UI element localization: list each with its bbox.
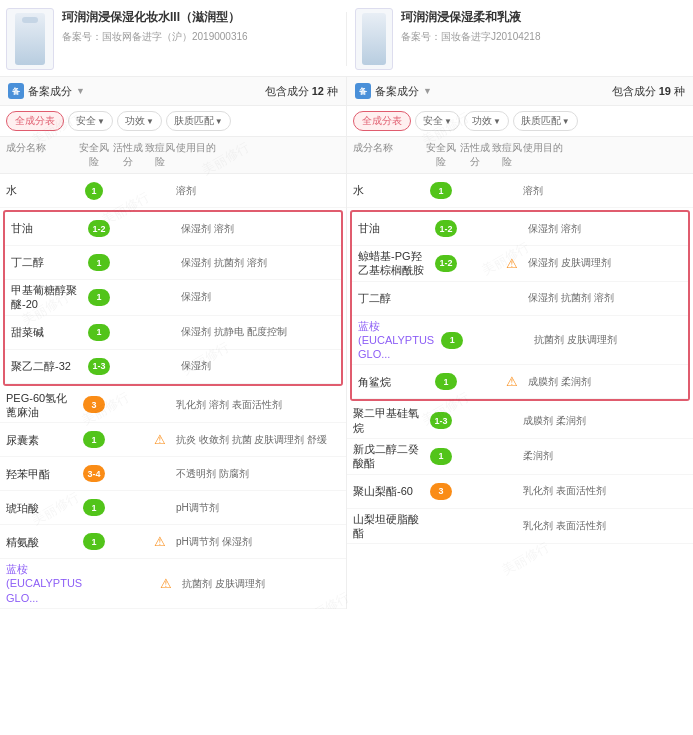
- table-row: 琥珀酸 1 pH调节剂: [0, 491, 346, 525]
- col-header-acne-left: 致痘风险: [144, 141, 176, 169]
- table-row: 角鲨烷 1 ⚠ 成膜剂 柔润剂: [352, 365, 688, 399]
- panel-title-right: 备案成分: [375, 84, 419, 99]
- filter-skin-left[interactable]: 肤质匹配 ▼: [166, 111, 231, 131]
- filter-efficacy-left[interactable]: 功效 ▼: [117, 111, 162, 131]
- col-header-purpose-left: 使用目的: [176, 141, 340, 169]
- table-row: 聚乙二醇-32 1-3 保湿剂: [5, 350, 341, 384]
- filter-all-left[interactable]: 全成分表: [6, 111, 64, 131]
- table-row: 尿囊素 1 ⚠ 抗炎 收敛剂 抗菌 皮肤调理剂 舒缓: [0, 423, 346, 457]
- product-name-right: 珂润润浸保湿柔和乳液: [401, 8, 687, 26]
- left-ingredient-table: 水 1 溶剂 甘油 1-2 保湿剂 溶剂 丁二醇 1 保湿剂 抗菌剂 溶剂 甲基…: [0, 174, 346, 609]
- highlighted-group: 甘油 1-2 保湿剂 溶剂 鲸蜡基-PG羟乙基棕榈酰胺 1-2 ⚠ 保湿剂 皮肤…: [350, 210, 690, 401]
- table-row: 水 1 溶剂: [0, 174, 346, 208]
- panel-title-arrow-right[interactable]: ▼: [423, 86, 432, 96]
- table-row: 甜菜碱 1 保湿剂 抗静电 配度控制: [5, 316, 341, 350]
- filter-skin-right[interactable]: 肤质匹配 ▼: [513, 111, 578, 131]
- table-row: 甲基葡糖醇聚醚-20 1 保湿剂: [5, 280, 341, 316]
- product-image-left: [6, 8, 54, 70]
- table-row: 蓝桉(EUCALYPTUS GLO... 1 抗菌剂 皮肤调理剂: [352, 316, 688, 366]
- ingredient-count-left: 包含成分 12 种: [265, 84, 338, 99]
- filter-all-right[interactable]: 全成分表: [353, 111, 411, 131]
- ingredient-count-right: 包含成分 19 种: [612, 84, 685, 99]
- left-ingredient-panel: 备 备案成分 ▼ 包含成分 12 种 全成分表 安全 ▼ 功效 ▼ 肤质匹配 ▼: [0, 77, 347, 609]
- col-header-active-right: 活性成分: [459, 141, 491, 169]
- panel-icon-right: 备: [355, 83, 371, 99]
- table-row: 聚二甲基硅氧烷 1-3 成膜剂 柔润剂: [347, 403, 693, 439]
- table-row: PEG-60氢化蓖麻油 3 乳化剂 溶剂 表面活性剂: [0, 388, 346, 424]
- table-row: 蓝桉(EUCALYPTUS GLO... ⚠ 抗菌剂 皮肤调理剂: [0, 559, 346, 609]
- right-ingredient-panel: 备 备案成分 ▼ 包含成分 19 种 全成分表 安全 ▼ 功效 ▼ 肤质匹配 ▼: [347, 77, 693, 609]
- table-row: 丁二醇 1 保湿剂 抗菌剂 溶剂: [5, 246, 341, 280]
- table-row: 山梨坦硬脂酸酯 乳化剂 表面活性剂: [347, 509, 693, 545]
- filter-efficacy-right[interactable]: 功效 ▼: [464, 111, 509, 131]
- table-row: 新戊二醇二癸酸酯 1 柔润剂: [347, 439, 693, 475]
- col-header-acne-right: 致痘风险: [491, 141, 523, 169]
- filter-safety-right[interactable]: 安全 ▼: [415, 111, 460, 131]
- table-row: 鲸蜡基-PG羟乙基棕榈酰胺 1-2 ⚠ 保湿剂 皮肤调理剂: [352, 246, 688, 282]
- table-row: 甘油 1-2 保湿剂 溶剂: [5, 212, 341, 246]
- filter-safety-left[interactable]: 安全 ▼: [68, 111, 113, 131]
- col-header-active-left: 活性成分: [112, 141, 144, 169]
- col-header-name-left: 成分名称: [6, 141, 76, 169]
- product-card-right: 珂润润浸保湿柔和乳液 备案号：国妆备进字J20104218: [355, 8, 687, 70]
- panel-title-left: 备案成分: [28, 84, 72, 99]
- table-row: 水 1 溶剂: [347, 174, 693, 208]
- col-header-safety-right: 安全风险: [423, 141, 459, 169]
- table-row: 甘油 1-2 保湿剂 溶剂: [352, 212, 688, 246]
- product-code-right: 备案号：国妆备进字J20104218: [401, 30, 687, 44]
- col-header-name-right: 成分名称: [353, 141, 423, 169]
- panel-icon-left: 备: [8, 83, 24, 99]
- right-ingredient-table: 水 1 溶剂 甘油 1-2 保湿剂 溶剂 鲸蜡基-PG羟乙基棕榈酰胺 1-2 ⚠…: [347, 174, 693, 544]
- col-header-safety-left: 安全风险: [76, 141, 112, 169]
- table-row: 精氨酸 1 ⚠ pH调节剂 保湿剂: [0, 525, 346, 559]
- product-name-left: 珂润润浸保湿化妆水III（滋润型）: [62, 8, 338, 26]
- product-image-right: [355, 8, 393, 70]
- highlighted-group: 甘油 1-2 保湿剂 溶剂 丁二醇 1 保湿剂 抗菌剂 溶剂 甲基葡糖醇聚醚-2…: [3, 210, 343, 386]
- table-row: 羟苯甲酯 3-4 不透明剂 防腐剂: [0, 457, 346, 491]
- table-row: 丁二醇 保湿剂 抗菌剂 溶剂: [352, 282, 688, 316]
- table-row: 聚山梨酯-60 3 乳化剂 表面活性剂: [347, 475, 693, 509]
- panel-title-arrow-left[interactable]: ▼: [76, 86, 85, 96]
- product-card-left: 珂润润浸保湿化妆水III（滋润型） 备案号：国妆网备进字（沪）201900031…: [6, 8, 338, 70]
- product-code-left: 备案号：国妆网备进字（沪）2019000316: [62, 30, 338, 44]
- col-header-purpose-right: 使用目的: [523, 141, 687, 169]
